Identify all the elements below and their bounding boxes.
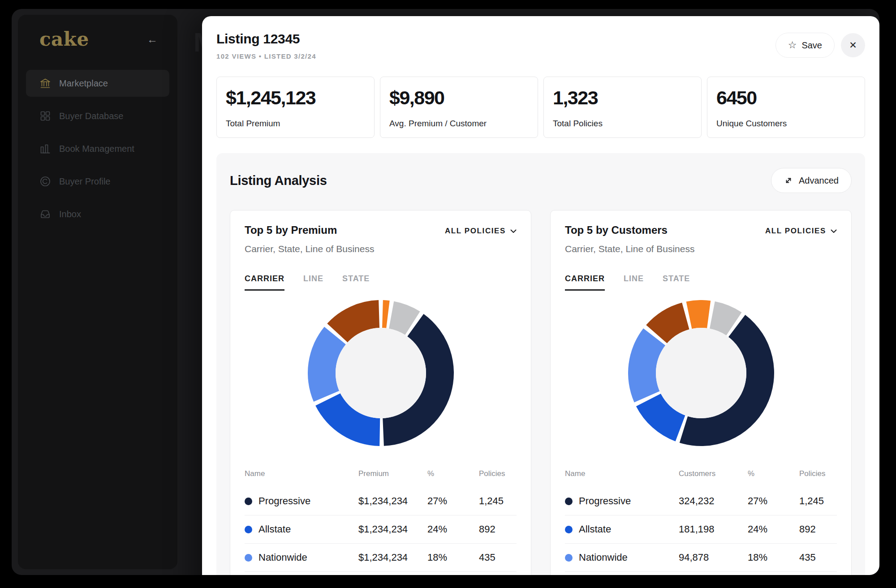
stat-card-avg-premium: $9,890 Avg. Premium / Customer [380,77,538,138]
premium-donut-chart [308,300,454,446]
table-header: Name Customers % Policies [565,469,837,487]
percent-cell: 18% [748,552,799,563]
circle-c-icon [39,176,51,187]
premium-table: Name Premium % Policies Progressive$1,23… [245,469,517,572]
tab-state[interactable]: STATE [663,274,690,291]
filter-label: ALL POLICIES [765,227,826,236]
carrier-name-cell: Nationwide [565,552,679,563]
sidebar-item-buyer-profile[interactable]: Buyer Profile [26,168,169,195]
carrier-name-cell: Progressive [565,495,679,507]
listing-detail-modal: Listing 12345 102 VIEWS • LISTED 3/2/24 … [202,16,879,575]
chart-card-subtitle: Carrier, State, Line of Business [245,244,374,254]
sidebar-item-book-management[interactable]: Book Management [26,135,169,162]
chart-tabs: CARRIER LINE STATE [245,274,517,291]
filter-label: ALL POLICIES [445,227,506,236]
collapse-sidebar-icon[interactable]: ← [147,34,158,45]
value-cell: 324,232 [679,495,748,507]
table-header: Name Premium % Policies [245,469,517,487]
percent-cell: 27% [748,495,799,507]
listing-analysis-panel: Listing Analysis Advanced Top 5 by Premi… [216,153,865,575]
sidebar-item-inbox[interactable]: Inbox [26,201,169,227]
stat-card-unique-customers: 6450 Unique Customers [707,77,865,138]
tab-carrier[interactable]: CARRIER [565,274,605,291]
star-icon: ☆ [788,40,797,50]
donut-hole [336,328,426,418]
bar-chart-icon [39,143,51,155]
chevron-down-icon [831,229,837,233]
donut-segment [382,300,390,328]
table-body: Progressive$1,234,23427%1,245Allstate$1,… [245,487,517,572]
close-icon: ✕ [849,40,857,51]
legend-dot [565,554,573,562]
policies-cell: 435 [479,552,517,563]
section-title: Listing Analysis [230,173,327,188]
table-row: Progressive324,23227%1,245 [565,487,837,515]
table-body: Progressive324,23227%1,245Allstate181,19… [565,487,837,572]
tab-state[interactable]: STATE [342,274,370,291]
close-button[interactable]: ✕ [841,33,865,57]
percent-cell: 18% [427,552,479,563]
value-cell: $1,234,234 [358,524,427,535]
stat-card-total-policies: 1,323 Total Policies [543,77,702,138]
customers-donut-chart [628,300,774,446]
legend-dot [565,498,573,505]
chart-card-customers: Top 5 by Customers Carrier, State, Line … [550,210,852,575]
tab-line[interactable]: LINE [303,274,323,291]
policies-filter-dropdown[interactable]: ALL POLICIES [765,227,837,236]
policies-cell: 1,245 [799,495,837,507]
carrier-name-cell: Allstate [565,524,679,535]
donut-segment [686,300,711,329]
stat-value: 6450 [716,87,856,109]
stat-label: Unique Customers [716,119,856,129]
table-row: Progressive$1,234,23427%1,245 [245,487,517,515]
stat-label: Avg. Premium / Customer [389,119,529,129]
table-row: Nationwide$1,234,23418%435 [245,544,517,572]
policies-cell: 1,245 [479,495,517,507]
inbox-icon [39,208,51,220]
stat-label: Total Policies [553,119,692,129]
listing-meta: 102 VIEWS • LISTED 3/2/24 [216,52,316,60]
donut-hole [656,328,746,418]
tab-line[interactable]: LINE [624,274,644,291]
app-window: M cake ← Marketplace Buyer Database [12,9,879,575]
table-row: Nationwide94,87818%435 [565,544,837,572]
sidebar-item-marketplace[interactable]: Marketplace [26,70,169,97]
stat-value: $9,890 [389,87,529,109]
legend-dot [565,526,573,533]
grid-icon [39,110,51,122]
sidebar: cake ← Marketplace Buyer Database Book [18,15,177,569]
percent-cell: 24% [427,524,479,535]
advanced-button[interactable]: Advanced [771,168,852,193]
stat-cards-row: $1,245,123 Total Premium $9,890 Avg. Pre… [216,77,865,138]
expand-icon [784,176,793,185]
tab-carrier[interactable]: CARRIER [245,274,284,291]
value-cell: 94,878 [679,552,748,563]
carrier-name-cell: Allstate [245,524,358,535]
save-button-label: Save [801,40,822,51]
policies-cell: 892 [479,524,517,535]
chevron-down-icon [510,229,517,233]
chart-card-subtitle: Carrier, State, Line of Business [565,244,694,254]
carrier-name-cell: Progressive [245,495,358,507]
legend-dot [245,554,252,562]
sidebar-item-label: Marketplace [59,78,108,89]
table-row: Allstate181,19824%892 [565,515,837,544]
sidebar-item-label: Buyer Database [59,111,123,121]
cake-logo: cake [39,28,89,50]
stat-value: 1,323 [553,87,692,109]
sidebar-item-buyer-database[interactable]: Buyer Database [26,103,169,129]
policies-cell: 435 [799,552,837,563]
sidebar-item-label: Inbox [59,209,81,219]
legend-dot [245,526,252,533]
chart-card-title: Top 5 by Customers [565,224,694,236]
policies-filter-dropdown[interactable]: ALL POLICIES [445,227,517,236]
value-cell: 181,198 [679,524,748,535]
sidebar-item-label: Buyer Profile [59,176,111,187]
chart-tabs: CARRIER LINE STATE [565,274,837,291]
table-row: Allstate$1,234,23424%892 [245,515,517,544]
carrier-name-cell: Nationwide [245,552,358,563]
save-button[interactable]: ☆ Save [775,33,835,58]
bank-icon [39,77,51,89]
value-cell: $1,234,234 [358,495,427,507]
percent-cell: 24% [748,524,799,535]
